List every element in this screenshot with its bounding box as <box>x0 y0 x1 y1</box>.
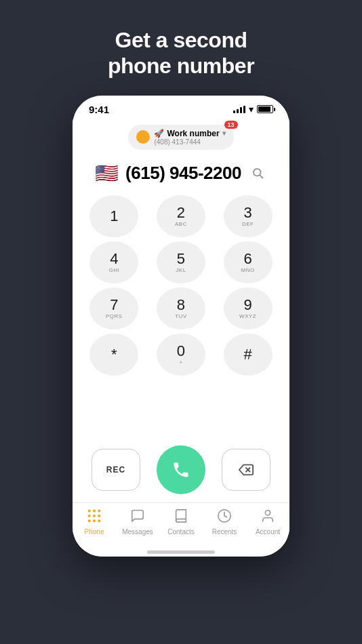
delete-button[interactable] <box>222 449 270 491</box>
dial-button-star[interactable]: * <box>89 334 138 376</box>
tab-account[interactable]: Account <box>246 508 289 536</box>
dial-button-4[interactable]: 4 GHI <box>89 241 138 283</box>
dial-button-3[interactable]: 3 DEF <box>224 195 273 237</box>
svg-rect-11 <box>93 519 96 522</box>
dial-button-6[interactable]: 6 MNO <box>224 241 273 283</box>
dial-button-0[interactable]: 0 + <box>157 334 205 376</box>
tab-phone[interactable]: Phone <box>73 508 116 536</box>
phone-content: 🚀 Work number ▾ (408) 413-7444 13 🇺🇸 (61… <box>73 118 289 557</box>
work-number-bar: 🚀 Work number ▾ (408) 413-7444 13 <box>73 118 289 154</box>
messages-tab-icon <box>130 508 145 527</box>
signal-bar-4 <box>243 106 245 113</box>
svg-line-1 <box>260 176 262 178</box>
tab-account-label: Account <box>256 528 280 536</box>
battery-icon <box>257 105 273 113</box>
phone-tab-icon <box>87 508 102 527</box>
svg-rect-5 <box>93 510 96 512</box>
status-icons: ▾ <box>233 104 273 115</box>
svg-rect-10 <box>88 519 91 522</box>
signal-bars-icon <box>233 106 245 113</box>
recents-tab-icon <box>217 508 232 527</box>
svg-point-14 <box>265 510 270 515</box>
dialpad-row-4: * 0 + # <box>83 334 279 376</box>
number-display: 🇺🇸 (615) 945-2200 <box>73 154 289 190</box>
dial-button-8[interactable]: 8 TUV <box>157 287 205 329</box>
svg-rect-8 <box>93 515 96 517</box>
signal-bar-2 <box>237 109 239 113</box>
svg-rect-12 <box>98 519 101 522</box>
wifi-icon: ▾ <box>249 104 254 115</box>
work-number-sub: (408) 413-7444 <box>154 138 225 146</box>
dial-button-5[interactable]: 5 JKL <box>157 241 205 283</box>
phone-frame: 9:41 ▾ 🚀 Work number ▾ <box>73 96 289 557</box>
status-bar: 9:41 ▾ <box>73 96 289 118</box>
contacts-tab-icon <box>174 508 188 527</box>
backspace-icon <box>239 462 254 477</box>
flag-icon: 🇺🇸 <box>95 162 119 184</box>
dialpad-row-2: 4 GHI 5 JKL 6 MNO <box>83 241 279 283</box>
svg-rect-6 <box>98 510 101 512</box>
battery-fill <box>258 106 270 112</box>
signal-bar-1 <box>233 110 235 113</box>
dial-button-7[interactable]: 7 PQRS <box>89 287 138 329</box>
chevron-down-icon: ▾ <box>222 129 226 137</box>
svg-rect-7 <box>88 515 91 517</box>
account-tab-icon <box>260 508 275 527</box>
hero-title: Get a second phone number <box>108 27 254 79</box>
svg-rect-9 <box>98 515 101 517</box>
call-button[interactable] <box>157 445 205 494</box>
status-time: 9:41 <box>89 104 109 115</box>
signal-bar-3 <box>240 107 242 113</box>
home-indicator <box>147 550 215 554</box>
tab-messages[interactable]: Messages <box>116 508 159 536</box>
phone-number-display: (615) 945-2200 <box>125 163 241 184</box>
tab-messages-label: Messages <box>122 528 153 536</box>
tab-contacts[interactable]: Contacts <box>159 508 203 536</box>
work-number-text: 🚀 Work number ▾ (408) 413-7444 <box>154 129 225 146</box>
dialpad-row-3: 7 PQRS 8 TUV 9 WXYZ <box>83 287 279 329</box>
dial-button-1[interactable]: 1 <box>89 195 138 237</box>
tab-bar: Phone Messages Contacts <box>73 502 289 549</box>
dialpad-row-1: 1 2 ABC 3 DEF <box>83 195 279 237</box>
rec-button[interactable]: REC <box>92 449 140 491</box>
svg-rect-4 <box>88 510 91 512</box>
tab-recents[interactable]: Recents <box>203 508 246 536</box>
phone-icon <box>172 460 190 479</box>
dial-button-hash[interactable]: # <box>224 334 273 376</box>
tab-recents-label: Recents <box>212 528 237 536</box>
dial-button-2[interactable]: 2 ABC <box>157 195 205 237</box>
work-number-dot <box>136 130 150 144</box>
action-row: REC <box>73 440 289 502</box>
search-button[interactable] <box>248 163 267 182</box>
dialpad: 1 2 ABC 3 DEF 4 GHI 5 J <box>73 190 289 440</box>
tab-phone-label: Phone <box>85 528 104 536</box>
work-number-label: 🚀 Work number ▾ <box>154 129 225 138</box>
tab-contacts-label: Contacts <box>167 528 194 536</box>
dial-button-9[interactable]: 9 WXYZ <box>224 287 273 329</box>
notification-badge: 13 <box>224 121 238 129</box>
work-number-pill[interactable]: 🚀 Work number ▾ (408) 413-7444 13 <box>128 125 233 150</box>
